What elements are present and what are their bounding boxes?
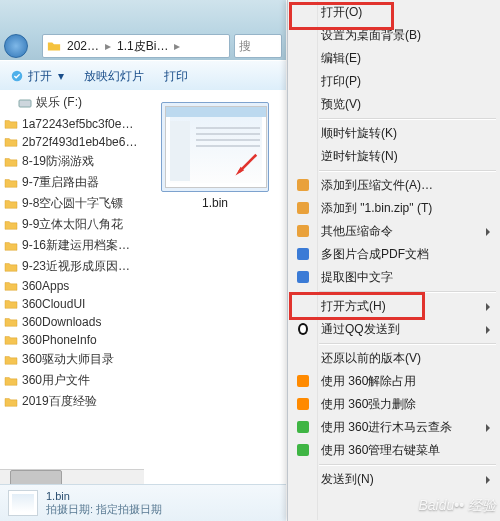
menu-item[interactable]: 使用 360管理右键菜单 [289, 439, 500, 462]
tree-item[interactable]: 360用户文件 [0, 370, 144, 391]
tree-item[interactable]: 9-7重启路由器 [0, 172, 144, 193]
menu-item[interactable]: 逆时针旋转(N) [289, 145, 500, 168]
folder-icon [4, 298, 18, 310]
horizontal-scrollbar[interactable] [0, 469, 144, 485]
svg-rect-12 [297, 444, 309, 456]
tree-item[interactable]: 9-16新建运用档案文件夹 [0, 235, 144, 256]
menu-item[interactable]: 编辑(E) [289, 47, 500, 70]
annotation-arrow [232, 153, 258, 179]
tree-item[interactable]: 360Downloads [0, 313, 144, 331]
breadcrumb-1[interactable]: 202… [65, 39, 101, 53]
file-preview-icon [8, 490, 38, 516]
menu-item[interactable]: 使用 360进行木马云查杀 [289, 416, 500, 439]
command-bar: 打开▾ 放映幻灯片 打印 [0, 60, 286, 92]
360g-icon [295, 419, 311, 435]
file-item-selected[interactable] [161, 102, 269, 192]
tree-item[interactable]: 360CloudUI [0, 295, 144, 313]
archive-icon [295, 200, 311, 216]
menu-item[interactable]: 打开(O) [289, 1, 500, 24]
menu-item-label: 添加到 "1.bin.zip" (T) [321, 200, 432, 217]
folder-icon [4, 280, 18, 292]
tree-item[interactable]: 9-9立体太阳八角花 [0, 214, 144, 235]
file-thumbnail [165, 106, 267, 188]
context-menu: 打开(O)设置为桌面背景(B)编辑(E)打印(P)预览(V)顺时针旋转(K)逆时… [287, 0, 500, 521]
status-meta: 拍摄日期: 指定拍摄日期 [46, 502, 162, 517]
archive-icon [295, 177, 311, 193]
menu-item-label: 顺时针旋转(K) [321, 125, 397, 142]
qq-icon [295, 321, 311, 337]
menu-item[interactable]: 还原以前的版本(V) [289, 347, 500, 370]
folder-icon [4, 240, 18, 252]
360o-icon [295, 373, 311, 389]
menu-item-label: 提取图中文字 [321, 269, 393, 286]
menu-item[interactable]: 提取图中文字 [289, 266, 500, 289]
tree-items: 1a72243ef5bc3f0e9c4d5c2b72f493d1eb4be6b6… [0, 115, 144, 412]
tree-item[interactable]: 2b72f493d1eb4be6b6b4d [0, 133, 144, 151]
folder-icon [4, 316, 18, 328]
menu-item-label: 打印(P) [321, 73, 361, 90]
nav-back-button[interactable] [4, 34, 28, 58]
menu-item-label: 通过QQ发送到 [321, 321, 400, 338]
tree-item[interactable]: 360PhoneInfo [0, 331, 144, 349]
tree-item[interactable]: 360驱动大师目录 [0, 349, 144, 370]
tree-item[interactable]: 8-19防溺游戏 [0, 151, 144, 172]
ocr-icon [295, 269, 311, 285]
svg-rect-10 [297, 398, 309, 410]
menu-item-label: 使用 360进行木马云查杀 [321, 419, 452, 436]
tree-drive[interactable]: 娱乐 (F:) [0, 90, 144, 115]
menu-item[interactable]: 打印(P) [289, 70, 500, 93]
menu-item[interactable]: 添加到压缩文件(A)… [289, 174, 500, 197]
breadcrumb-2[interactable]: 1.1皮Bi… [115, 38, 170, 55]
menu-item-label: 添加到压缩文件(A)… [321, 177, 433, 194]
360g-icon [295, 442, 311, 458]
menu-item-label: 使用 360强力删除 [321, 396, 416, 413]
chevron-right-icon: ▸ [174, 39, 180, 53]
menu-item[interactable]: 发送到(N) [289, 468, 500, 491]
menu-item[interactable]: 使用 360解除占用 [289, 370, 500, 393]
print-button[interactable]: 打印 [154, 61, 198, 91]
menu-item-label: 其他压缩命令 [321, 223, 393, 240]
menu-item[interactable]: 打开方式(H) [289, 295, 500, 318]
menu-item-label: 预览(V) [321, 96, 361, 113]
folder-icon [4, 118, 18, 130]
menu-item[interactable]: 通过QQ发送到 [289, 318, 500, 341]
menu-item[interactable]: 预览(V) [289, 93, 500, 116]
360o-icon [295, 396, 311, 412]
menu-item[interactable]: 多图片合成PDF文档 [289, 243, 500, 266]
menu-item-label: 编辑(E) [321, 50, 361, 67]
svg-rect-5 [297, 248, 309, 260]
menu-item-label: 使用 360管理右键菜单 [321, 442, 440, 459]
archive-icon [295, 223, 311, 239]
drive-icon [18, 96, 32, 110]
tree-item[interactable]: 9-23近视形成原因及预防 [0, 256, 144, 277]
svg-rect-3 [297, 202, 309, 214]
pdf-icon [295, 246, 311, 262]
open-icon [10, 69, 24, 83]
menu-item[interactable]: 顺时针旋转(K) [289, 122, 500, 145]
folder-icon [47, 39, 61, 53]
folder-icon [4, 334, 18, 346]
slideshow-button[interactable]: 放映幻灯片 [74, 61, 154, 91]
menu-item-label: 逆时针旋转(N) [321, 148, 398, 165]
menu-item[interactable]: 添加到 "1.bin.zip" (T) [289, 197, 500, 220]
tree-item[interactable]: 1a72243ef5bc3f0e9c4d5c [0, 115, 144, 133]
folder-icon [4, 354, 18, 366]
open-button[interactable]: 打开▾ [0, 61, 74, 91]
file-pane: 1.bin [144, 90, 286, 485]
menu-item[interactable]: 使用 360强力删除 [289, 393, 500, 416]
address-bar[interactable]: 202… ▸ 1.1皮Bi… ▸ [42, 34, 230, 58]
folder-tree: 娱乐 (F:) 1a72243ef5bc3f0e9c4d5c2b72f493d1… [0, 90, 145, 485]
tree-item[interactable]: 360Apps [0, 277, 144, 295]
svg-rect-9 [297, 375, 309, 387]
chevron-right-icon: ▸ [105, 39, 111, 53]
menu-item[interactable]: 其他压缩命令 [289, 220, 500, 243]
search-input[interactable]: 搜 [234, 34, 282, 58]
svg-rect-6 [297, 271, 309, 283]
menu-item[interactable]: 设置为桌面背景(B) [289, 24, 500, 47]
tree-item[interactable]: 2019百度经验 [0, 391, 144, 412]
window-chrome: 202… ▸ 1.1皮Bi… ▸ 搜 [0, 0, 286, 61]
svg-rect-11 [297, 421, 309, 433]
folder-icon [4, 396, 18, 408]
folder-icon [4, 375, 18, 387]
tree-item[interactable]: 9-8空心圆十字飞镖 [0, 193, 144, 214]
